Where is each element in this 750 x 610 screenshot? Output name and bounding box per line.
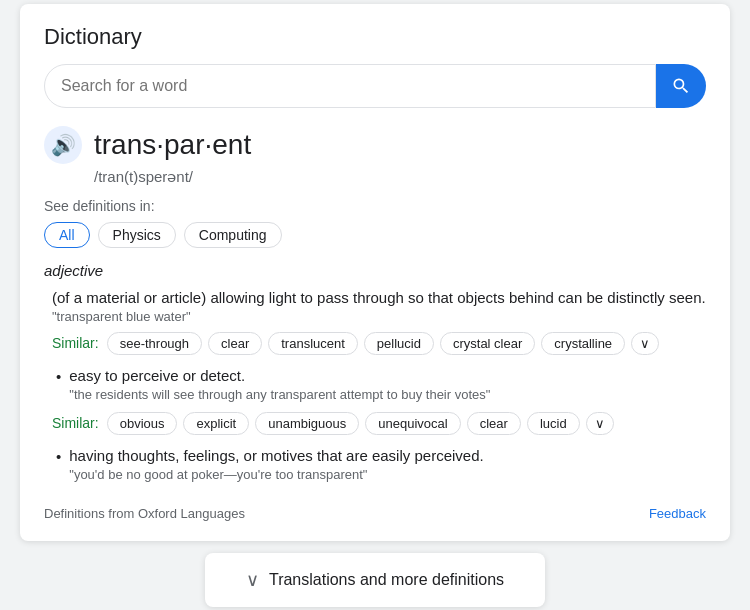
similar-tag-obvious[interactable]: obvious (107, 412, 178, 435)
tag-physics[interactable]: Physics (98, 222, 176, 248)
see-in-label: See definitions in: (44, 198, 706, 214)
similar-row-1: Similar: see-through clear translucent p… (52, 332, 706, 355)
translations-bar[interactable]: ∨ Translations and more definitions (205, 553, 545, 607)
similar-label-2: Similar: (52, 415, 99, 431)
similar-tag-clear-2[interactable]: clear (467, 412, 521, 435)
dictionary-card: Dictionary 🔊 trans·par·ent /tran(t)sperə… (20, 4, 730, 541)
category-tag-row: All Physics Computing (44, 222, 706, 248)
bullet-3: • (56, 448, 61, 465)
pronunciation: /tran(t)sperənt/ (94, 168, 706, 186)
similar-expand-2[interactable]: ∨ (586, 412, 614, 435)
similar-tag-explicit[interactable]: explicit (183, 412, 249, 435)
definition-1-text: (of a material or article) allowing ligh… (52, 289, 706, 306)
similar-tag-unambiguous[interactable]: unambiguous (255, 412, 359, 435)
similar-expand-1[interactable]: ∨ (631, 332, 659, 355)
similar-tag-crystalline[interactable]: crystalline (541, 332, 625, 355)
definition-2: • easy to perceive or detect. "the resid… (52, 367, 706, 435)
word-text: trans·par·ent (94, 129, 251, 161)
definition-1-example: "transparent blue water" (52, 309, 706, 324)
definition-1: (of a material or article) allowing ligh… (52, 289, 706, 355)
similar-tag-clear-1[interactable]: clear (208, 332, 262, 355)
similar-label-1: Similar: (52, 335, 99, 351)
definition-3-example: "you'd be no good at poker—you're too tr… (69, 467, 483, 482)
audio-icon: 🔊 (51, 133, 76, 157)
chevron-down-icon: ∨ (246, 569, 259, 591)
bullet-2: • (56, 368, 61, 385)
definitions-source-row: Definitions from Oxford Languages Feedba… (44, 506, 706, 521)
search-icon (671, 76, 691, 96)
similar-tag-translucent[interactable]: translucent (268, 332, 358, 355)
feedback-link[interactable]: Feedback (649, 506, 706, 521)
similar-tag-see-through[interactable]: see-through (107, 332, 202, 355)
search-button[interactable] (656, 64, 706, 108)
similar-tag-crystal-clear[interactable]: crystal clear (440, 332, 535, 355)
word-row: 🔊 trans·par·ent (44, 126, 706, 164)
part-of-speech: adjective (44, 262, 706, 279)
translations-label: Translations and more definitions (269, 571, 504, 589)
similar-tag-unequivocal[interactable]: unequivocal (365, 412, 460, 435)
source-text: Definitions from Oxford Languages (44, 506, 245, 521)
similar-tag-pellucid[interactable]: pellucid (364, 332, 434, 355)
page-title: Dictionary (44, 24, 706, 50)
tag-all[interactable]: All (44, 222, 90, 248)
definition-3-text: having thoughts, feelings, or motives th… (69, 447, 483, 464)
search-row (44, 64, 706, 108)
tag-computing[interactable]: Computing (184, 222, 282, 248)
definition-2-text: easy to perceive or detect. (69, 367, 490, 384)
definition-2-example: "the residents will see through any tran… (69, 387, 490, 402)
search-input[interactable] (44, 64, 656, 108)
similar-row-2: Similar: obvious explicit unambiguous un… (52, 412, 706, 435)
audio-button[interactable]: 🔊 (44, 126, 82, 164)
similar-tag-lucid[interactable]: lucid (527, 412, 580, 435)
definition-3: • having thoughts, feelings, or motives … (52, 447, 706, 490)
